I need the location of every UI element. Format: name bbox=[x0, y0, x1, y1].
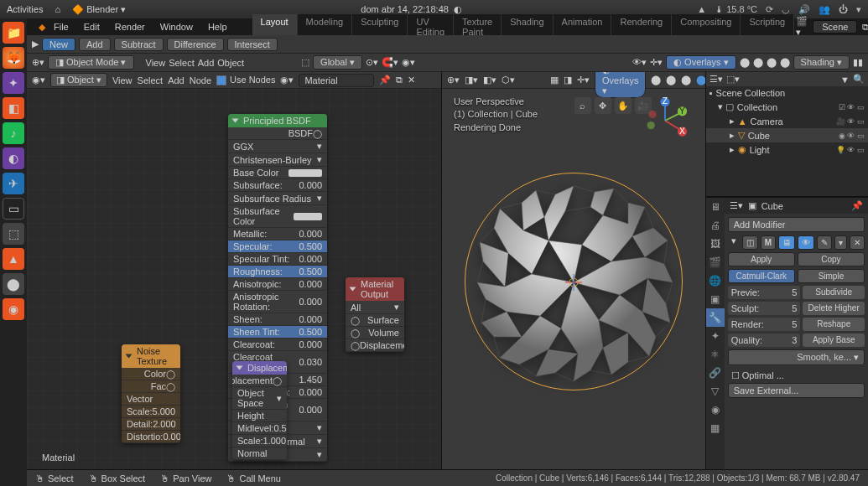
editor-type-icon[interactable]: ⊕▾ bbox=[447, 75, 460, 85]
orientation-icon[interactable]: ⬚ bbox=[301, 57, 309, 68]
node-property-row[interactable]: Metallic:0.000 bbox=[228, 228, 327, 240]
node-property-row[interactable]: Subsurface:0.000 bbox=[228, 179, 327, 192]
propedit-icon[interactable]: ◉▾ bbox=[402, 57, 415, 68]
select-menu[interactable]: Select bbox=[138, 75, 164, 85]
add-button[interactable]: Add bbox=[79, 38, 111, 51]
node-property-row[interactable]: Anisotropic Rotation:0.000 bbox=[228, 291, 327, 313]
scene-new-icon[interactable]: ⧉ bbox=[862, 22, 868, 33]
dock-app-icon[interactable]: ◐ bbox=[3, 147, 24, 169]
activities-button[interactable]: Activities bbox=[7, 4, 43, 14]
view-menu[interactable]: View bbox=[146, 58, 166, 68]
material-browse-icon[interactable]: ◉▾ bbox=[280, 75, 294, 85]
use-nodes-checkbox[interactable]: Use Nodes bbox=[216, 75, 275, 85]
pause-icon[interactable]: ▮▮ bbox=[853, 57, 863, 68]
node-property-row[interactable]: Clearcoat:0.000 bbox=[228, 339, 327, 351]
editor-type-icon[interactable]: ◉▾ bbox=[32, 75, 45, 85]
modifier-action-button[interactable]: Subdivide bbox=[803, 286, 865, 299]
pivot-icon[interactable]: ⊙▾ bbox=[366, 57, 378, 68]
node-property-row[interactable]: Specular:0.500 bbox=[228, 240, 327, 253]
wifi-icon[interactable]: ◡ bbox=[782, 4, 790, 15]
difference-button[interactable]: Difference bbox=[167, 38, 224, 51]
play-icon[interactable]: ▶ bbox=[32, 39, 39, 49]
mod-display-edit-icon[interactable]: ✎ bbox=[817, 235, 832, 250]
simple-button[interactable]: Simple bbox=[798, 269, 865, 283]
object-menu[interactable]: Object bbox=[217, 58, 244, 68]
node-property-row[interactable]: Vector bbox=[122, 393, 180, 406]
vp-icon[interactable]: ▦ bbox=[550, 75, 559, 85]
prop-tab-world[interactable]: 🌐 bbox=[706, 271, 725, 290]
shade-wire-icon[interactable]: ⬤ bbox=[740, 57, 750, 68]
menu-file[interactable]: File bbox=[47, 20, 75, 34]
outliner-item-camera[interactable]: ▸ ▲ Camera 🎥 👁 ▭ bbox=[706, 114, 868, 128]
node-property-row[interactable]: Scale:5.000 bbox=[122, 406, 180, 418]
dock-app-icon[interactable]: ✦ bbox=[3, 72, 24, 94]
menu-window[interactable]: Window bbox=[153, 20, 200, 34]
prop-tab-texture[interactable]: ▦ bbox=[706, 419, 725, 437]
menu-render[interactable]: Render bbox=[108, 20, 152, 34]
modifier-value[interactable]: Sculpt:5 bbox=[728, 302, 801, 315]
vp-shade-icon[interactable]: ⬤ bbox=[651, 75, 661, 85]
mod-display-render-icon[interactable]: 🖥 bbox=[778, 235, 795, 250]
node-property-row[interactable]: Christensen-Burley▾ bbox=[228, 153, 327, 167]
subtract-button[interactable]: Subtract bbox=[114, 38, 164, 51]
prop-tab-scene[interactable]: 🎬 bbox=[706, 253, 725, 271]
node-property-row[interactable]: GGX▾ bbox=[228, 140, 327, 153]
node-menu[interactable]: Node bbox=[190, 75, 211, 85]
shading-dropdown[interactable]: Shading ▾ bbox=[793, 55, 850, 70]
prop-tab-viewlayer[interactable]: 🖼 bbox=[706, 235, 725, 253]
prop-tab-render[interactable]: 🖥 bbox=[706, 198, 725, 216]
prop-tab-modifier[interactable]: 🔧 bbox=[706, 308, 725, 327]
smooth-dropdown[interactable]: Smooth, ke... ▾ bbox=[728, 349, 865, 365]
new-button[interactable]: New bbox=[42, 38, 75, 51]
prop-tab-data[interactable]: ▽ bbox=[706, 382, 725, 401]
sync-icon[interactable]: ⟳ bbox=[766, 4, 773, 15]
menu-help[interactable]: Help bbox=[201, 20, 234, 34]
vp-dropdown-icon[interactable]: ◨▾ bbox=[465, 75, 478, 85]
save-external-button[interactable]: Save External... bbox=[728, 383, 865, 398]
vp-icon[interactable]: ✛▾ bbox=[577, 75, 590, 85]
display-mode-icon[interactable]: ⬚▾ bbox=[726, 74, 740, 85]
mod-delete-icon[interactable]: ✕ bbox=[850, 235, 865, 250]
vp-shade-icon[interactable]: ⬤ bbox=[681, 75, 691, 85]
hand-icon[interactable]: ✋ bbox=[615, 97, 632, 114]
outliner-item-cube[interactable]: ▸ ▽ Cube ◉ 👁 ▭ bbox=[706, 128, 868, 142]
orientation-dropdown[interactable]: Global ▾ bbox=[313, 55, 362, 70]
node-displacement[interactable]: Displacement Displacement ◯ Object Space… bbox=[232, 361, 287, 460]
power-icon[interactable]: ⏻ bbox=[839, 4, 848, 14]
modifier-value[interactable]: Render:5 bbox=[728, 318, 801, 331]
overlays-toggle[interactable]: ◐ Overlays ▾ bbox=[666, 55, 736, 70]
editor-type-icon[interactable]: ☰▾ bbox=[730, 200, 743, 211]
shade-solid-icon[interactable]: ⬤ bbox=[753, 57, 763, 68]
node-property-row[interactable]: Object Space▾ bbox=[232, 387, 287, 410]
vp-overlays-toggle[interactable]: ◐ Overlays ▾ bbox=[595, 72, 646, 98]
modifier-action-button[interactable]: Apply Base bbox=[803, 333, 865, 347]
vp-shade-icon[interactable]: ⬤ bbox=[696, 75, 704, 85]
zoom-icon[interactable]: ⌕ bbox=[574, 97, 591, 114]
axis-gizmo[interactable]: X Y Z bbox=[642, 97, 689, 144]
3d-viewport[interactable]: ⊕▾ ◨▾ ◧▾ ⬡▾ ▦ ◨ ✛▾ ◐ Overlays ▾ ⬤ ⬤ ⬤ ⬤ … bbox=[442, 72, 705, 469]
vp-dropdown-icon[interactable]: ◧▾ bbox=[483, 75, 496, 85]
modifier-value[interactable]: Quality:3 bbox=[728, 333, 801, 347]
node-property-row[interactable]: Subsurface Color bbox=[228, 205, 327, 228]
dock-app-icon[interactable]: ◧ bbox=[3, 97, 24, 119]
node-property-row[interactable]: Sheen Tint:0.500 bbox=[228, 326, 327, 339]
node-noise-texture[interactable]: Noise Texture Color ◯ Fac ◯ VectorScale:… bbox=[122, 344, 180, 443]
dock-app-icon[interactable]: ⬚ bbox=[3, 223, 24, 245]
node-property-row[interactable]: Roughness:0.500 bbox=[228, 266, 327, 278]
temp-indicator[interactable]: 🌡 15.8 °C bbox=[715, 4, 757, 14]
prop-tab-object[interactable]: ▣ bbox=[706, 290, 725, 308]
node-property-row[interactable]: Subsurface Radius▾ bbox=[228, 192, 327, 205]
dock-vlc-icon[interactable]: ▲ bbox=[3, 248, 24, 270]
app-indicator[interactable]: 🔶 Blender ▾ bbox=[72, 4, 126, 15]
add-menu[interactable]: Add bbox=[168, 75, 185, 85]
outliner-item-light[interactable]: ▸ ◉ Light 💡 👁 ▭ bbox=[706, 142, 868, 157]
copy-button[interactable]: Copy bbox=[798, 252, 865, 266]
outliner-collection[interactable]: ▾ ▢ Collection ☑ 👁 ▭ bbox=[706, 100, 868, 114]
shade-render-icon[interactable]: ⬤ bbox=[780, 57, 790, 68]
add-menu[interactable]: Add bbox=[198, 58, 215, 68]
vp-dropdown-icon[interactable]: ⬡▾ bbox=[502, 75, 515, 85]
prop-tab-output[interactable]: 🖨 bbox=[706, 216, 725, 235]
dock-terminal-icon[interactable]: ▭ bbox=[3, 198, 24, 220]
visibility-icon[interactable]: 👁▾ bbox=[632, 57, 647, 68]
close-icon[interactable]: ✕ bbox=[408, 75, 415, 85]
